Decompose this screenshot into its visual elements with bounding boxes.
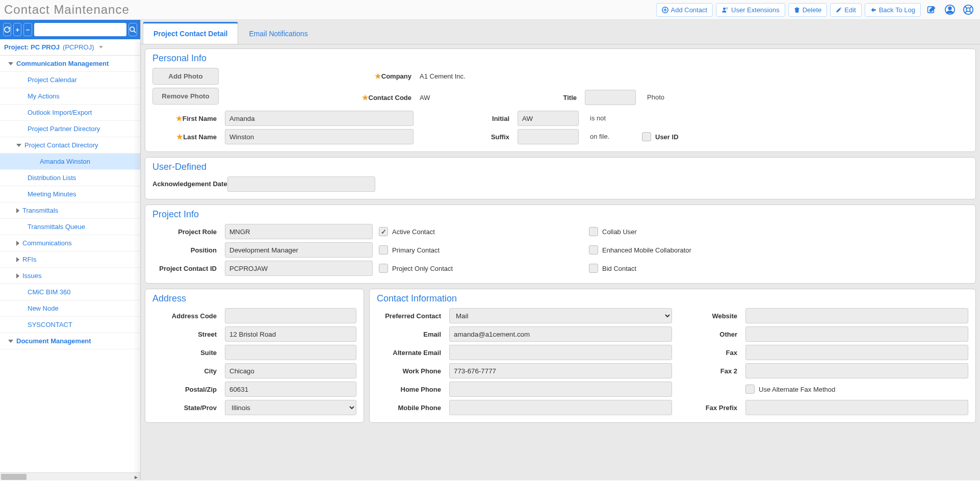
input-suffix[interactable] [518,129,579,144]
nav-issues[interactable]: Issues [0,268,140,284]
tab-project-contact-detail[interactable]: Project Contact Detail [143,22,238,44]
arrow-left-icon [870,7,876,13]
nav-communications[interactable]: Communications [0,235,140,251]
user-circle-icon[interactable] [942,2,958,17]
input-ack-date[interactable] [227,176,375,192]
input-city[interactable] [225,363,356,378]
input-address-code[interactable] [225,308,356,323]
collapse-icon[interactable]: − [23,23,32,36]
nav-tree: Project: PC PROJ (PCPROJ) Communication … [0,39,140,472]
label-project-contact-id: Project Contact ID [152,265,219,272]
label-suffix: Suffix [420,133,511,141]
edit-button[interactable]: Edit [830,3,861,17]
scrollbar-thumb[interactable] [1,474,27,480]
label-title: Title [518,94,579,102]
input-project-contact-id[interactable] [225,261,373,276]
input-postal[interactable] [225,382,356,397]
input-project-role[interactable] [225,224,373,239]
value-contact-code: AW [420,92,511,104]
input-title[interactable] [585,90,636,105]
input-email[interactable] [449,326,672,342]
input-other[interactable] [745,326,968,342]
nav-group-communication[interactable]: Communication Management [0,56,140,72]
svg-point-8 [130,27,135,32]
tab-email-notifications[interactable]: Email Notifications [238,22,318,44]
label-state: State/Prov [152,404,219,412]
nav-group-document[interactable]: Document Management [0,333,140,349]
input-fax2[interactable] [745,363,968,378]
checkbox-bid-contact[interactable]: Bid Contact [589,264,968,273]
add-contact-button[interactable]: Add Contact [656,3,713,17]
input-alt-email[interactable] [449,345,672,360]
input-work-phone[interactable] [449,363,672,378]
user-extensions-button[interactable]: User Extensions [716,3,785,17]
nav-cmic-bim-360[interactable]: CMiC BIM 360 [0,284,140,300]
nav-rfis[interactable]: RFIs [0,251,140,268]
label-street: Street [152,331,219,338]
caret-down-icon [8,340,13,343]
input-first-name[interactable] [225,111,414,126]
refresh-icon[interactable] [3,23,11,36]
input-website[interactable] [745,308,968,323]
checkbox-enhanced-mobile-collab[interactable]: Enhanced Mobile Collaborator [589,245,968,255]
input-fax[interactable] [745,345,968,360]
label-project-role: Project Role [152,228,219,236]
page-title: Contact Maintenance [4,3,130,17]
label-company: ★Company [225,72,414,80]
nav-contact-amanda-winston[interactable]: Amanda Winston [0,154,140,170]
select-state[interactable]: Illinois [225,400,356,415]
nav-project-calendar[interactable]: Project Calendar [0,72,140,88]
plus-circle-icon [662,7,668,13]
label-last-name: ★Last Name [152,133,219,141]
add-photo-button[interactable]: Add Photo [152,68,219,85]
nav-distribution-lists[interactable]: Distribution Lists [0,170,140,186]
input-suite[interactable] [225,345,356,360]
project-selector[interactable]: Project: PC PROJ (PCPROJ) [0,39,140,56]
nav-transmittals[interactable]: Transmittals [0,202,140,219]
input-street[interactable] [225,326,356,342]
search-icon[interactable] [128,23,137,36]
expand-icon[interactable]: + [13,23,21,36]
nav-meeting-minutes[interactable]: Meeting Minutes [0,186,140,202]
label-website: Website [678,312,739,320]
panel-contact-information: Contact Information Preferred Contact Ma… [369,289,976,423]
panel-title: Contact Information [377,293,968,304]
compose-icon[interactable] [924,2,939,17]
svg-point-7 [966,8,970,11]
help-lifering-icon[interactable] [961,2,976,17]
input-last-name[interactable] [225,129,414,144]
back-to-log-button[interactable]: Back To Log [865,3,921,17]
checkbox-alt-fax-method[interactable]: Use Alternate Fax Method [745,385,968,394]
nav-outlook-import-export[interactable]: Outlook Import/Export [0,105,140,121]
photo-text-2: is not [585,112,636,125]
label-mobile-phone: Mobile Phone [377,404,443,412]
input-initial[interactable] [518,111,579,126]
checkbox-active-contact[interactable]: Active Contact [379,227,583,236]
nav-transmittals-queue[interactable]: Transmittals Queue [0,219,140,235]
nav-syscontact[interactable]: SYSCONTACT [0,317,140,333]
nav-my-actions[interactable]: My Actions [0,88,140,105]
checkbox-collab-user[interactable]: Collab User [589,227,968,236]
nav-new-node[interactable]: New Node [0,300,140,317]
input-position[interactable] [225,242,373,258]
scroll-right-icon[interactable]: ► [132,473,140,480]
checkbox-project-only-contact[interactable]: Project Only Contact [379,264,583,273]
delete-button[interactable]: Delete [788,3,828,17]
checkbox-primary-contact[interactable]: Primary Contact [379,245,583,255]
user-gear-icon [721,7,729,13]
checkbox-user-id[interactable]: User ID [642,132,775,141]
nav-project-partner-directory[interactable]: Project Partner Directory [0,121,140,137]
select-preferred-contact[interactable]: Mail [449,308,672,323]
nav-project-contact-directory[interactable]: Project Contact Directory [0,137,140,154]
label-home-phone: Home Phone [377,386,443,393]
input-home-phone[interactable] [449,382,672,397]
input-fax-prefix[interactable] [745,400,968,415]
caret-right-icon [16,257,19,262]
panel-project-info: Project Info Project Role Active Contact… [145,205,976,284]
value-company: A1 Cement Inc. [420,70,511,82]
header-actions: Add Contact User Extensions Delete Edit … [656,2,976,17]
horizontal-scrollbar[interactable]: ◄ ► [0,472,140,480]
remove-photo-button[interactable]: Remove Photo [152,88,219,105]
sidebar-search-input[interactable] [34,23,126,36]
input-mobile-phone[interactable] [449,400,672,415]
